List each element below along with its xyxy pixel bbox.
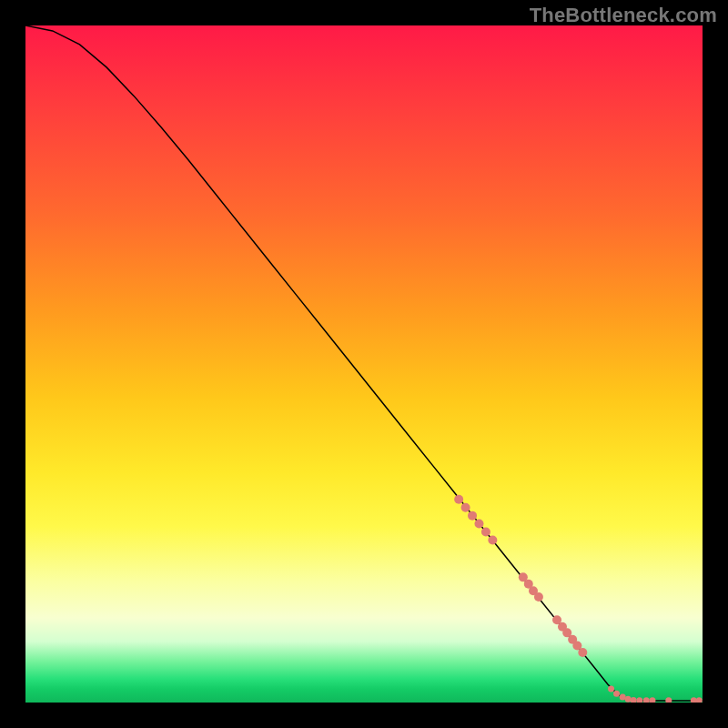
chart-point [474,520,483,529]
chart-svg [25,25,703,703]
chart-point [631,697,637,703]
chart-point [488,535,497,544]
chart-point [578,648,587,657]
chart-point [613,691,620,697]
watermark-text: TheBottleneck.com [530,4,717,27]
chart-point [665,697,672,703]
chart-point [649,697,655,703]
chart-point [468,511,477,521]
chart-point [461,503,470,512]
chart-point [643,697,650,703]
chart-points-group [454,495,703,703]
chart-point [696,697,703,703]
chart-point [454,495,463,504]
chart-curve [25,25,703,701]
chart-area [25,25,703,703]
chart-point [691,697,697,703]
chart-point [481,528,490,537]
chart-point [534,592,543,602]
chart-point [636,697,642,703]
chart-point [620,694,626,701]
chart-point [625,696,632,703]
chart-point [608,686,614,693]
